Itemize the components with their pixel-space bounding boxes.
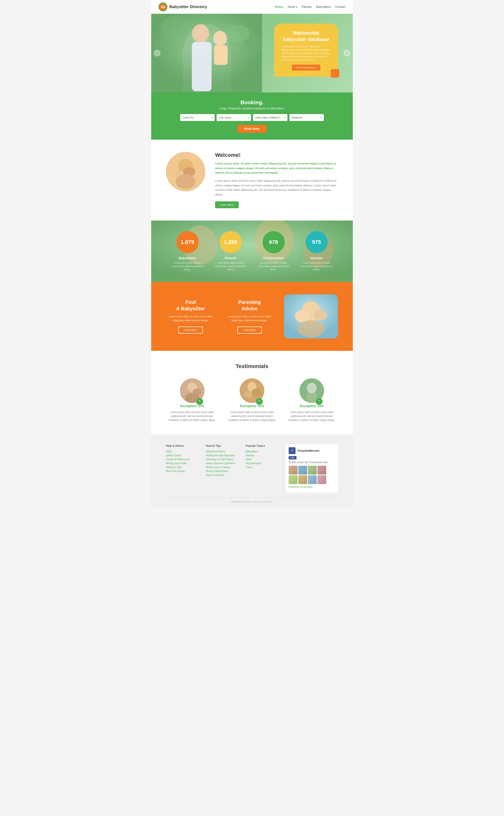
svg-text:Bd: Bd (161, 5, 165, 9)
testimonial-name-2: Excepteur sint (226, 404, 278, 408)
testimonial-2: " Excepteur sint Lorem ipsum dolor sit a… (226, 378, 278, 422)
distance-select[interactable]: Distance 5 km 10 km 20 km (289, 114, 324, 121)
footer-link-safety[interactable]: Safety Centre (166, 454, 201, 457)
logo-icon: Bd (159, 2, 167, 11)
footer-link-night-nanny[interactable]: Hiring a Night Nanny (206, 470, 241, 473)
city-select[interactable]: City name (217, 114, 251, 121)
footer-col-title-popular: Popular Topics (246, 444, 281, 447)
footer-link-finding-babysitter[interactable]: Finding the right Babysitter (206, 454, 241, 457)
hero-title: Nationwidebabysitter database (282, 30, 331, 43)
stat-circle-childminders: 678 (263, 231, 285, 253)
city-wrapper: City name (217, 114, 251, 121)
facebook-box: f TemplateMonster Like 40 895 people lik… (286, 444, 338, 492)
fb-count: 40 895 people like TemplateMonster. (289, 461, 335, 464)
nav-about[interactable]: About (288, 5, 297, 9)
footer-popular-topics: Popular Topics Babysitters Nannies Child… (246, 444, 281, 492)
footer-col-title-help: Help & Advice (166, 444, 201, 447)
hero-bubble: Nationwidebabysitter database Lorem ipsu… (274, 24, 338, 77)
footer-link-guides[interactable]: More Info Guides (166, 470, 201, 473)
footer-link-choosing-nanny[interactable]: Choosing the right Nanny (206, 458, 241, 461)
nav-contact[interactable]: Contact (335, 5, 345, 9)
service-find-babysitter: FindA Babysitter Lorem ipsum dolor sit a… (166, 299, 215, 334)
welcome-body: Lorem ipsum dolor sit amet conse ctetur … (215, 178, 338, 197)
stat-desc-parents: Lorem ipsum dolor sit amet conse ctetur … (215, 261, 247, 271)
footer-link-babysitters[interactable]: Babysitters (246, 450, 281, 453)
fb-like-button[interactable]: Like (289, 456, 297, 460)
hero-description: Lorem ipsum dolor sit amet conse ctetur … (282, 45, 331, 62)
stat-label-parents: Parents (215, 256, 247, 260)
footer-link-nanny-contracts[interactable]: Nanny Contracts (206, 474, 241, 476)
children-wrapper: How many children? 1 2 3 4+ (253, 114, 287, 121)
stats-section: 1.879 Babysitters Lorem ipsum dolor sit … (151, 221, 353, 282)
service-parenting-button[interactable]: Learn More (237, 326, 262, 334)
nav-babysitters[interactable]: Babysitters (316, 5, 331, 9)
footer-link-live-in-nanny[interactable]: Hiring a Live-In Nanny (206, 466, 241, 469)
svg-point-23 (313, 310, 327, 321)
service-find-title: FindA Babysitter (166, 299, 215, 312)
footer-link-tutors[interactable]: Tutors (246, 466, 281, 469)
footer-grid: Help & Advice FAQs Safety Centre Checks … (166, 444, 338, 492)
svg-point-15 (176, 174, 195, 189)
welcome-content: Welcome! Lorem ipsum dolor sit amet cons… (215, 152, 338, 208)
testimonial-text-1: Lorem ipsum dolor sit amet conse ctetur … (166, 410, 218, 422)
stats-content: 1.879 Babysitters Lorem ipsum dolor sit … (151, 221, 353, 282)
quote-badge-1: " (196, 398, 203, 405)
service-find-button[interactable]: Learn More (178, 326, 203, 334)
footer-link-advanced-search[interactable]: Advanced Search (206, 450, 241, 453)
service-image (284, 294, 338, 339)
welcome-learn-more-button[interactable]: Learn More (215, 201, 239, 208)
look-for-wrapper: Look For... Babysitter Nanny Childminder (180, 114, 215, 121)
hero-photo (151, 14, 262, 92)
hero-next-button[interactable]: › (343, 50, 350, 57)
fb-like-area: Like (289, 456, 335, 460)
fb-photo-5 (289, 475, 297, 484)
testimonial-name-3: Excepteur sint (286, 404, 338, 408)
footer-link-child[interactable]: Child (246, 458, 281, 461)
fb-page-link[interactable]: Facebook social page (289, 486, 335, 488)
welcome-section: Welcome! Lorem ipsum dolor sit amet cons… (151, 140, 353, 221)
header: Bd Babysitter Directory Home About Paren… (151, 0, 353, 14)
look-for-select[interactable]: Look For... Babysitter Nanny Childminder (180, 114, 215, 121)
fb-photo-4 (317, 466, 326, 475)
hero-image (151, 14, 262, 92)
footer-search-tips: Search Tips Advanced Search Finding the … (206, 444, 241, 492)
nav-home[interactable]: Home (275, 5, 283, 9)
welcome-title: Welcome! (215, 152, 338, 158)
footer-link-tips[interactable]: Setting in Tips (166, 466, 201, 469)
testimonials-grid: " Excepteur sint Lorem ipsum dolor sit a… (166, 378, 338, 422)
footer-section: Help & Advice FAQs Safety Centre Checks … (151, 434, 353, 508)
svg-point-4 (192, 24, 209, 43)
footer-link-checks[interactable]: Checks & References (166, 458, 201, 461)
booking-form: Look For... Babysitter Nanny Childminder… (161, 114, 343, 121)
children-select[interactable]: How many children? 1 2 3 4+ (253, 114, 287, 121)
testimonial-3: " Excepteur sint Lorem ipsum dolor sit a… (286, 378, 338, 422)
hero-prev-button[interactable]: ‹ (154, 50, 161, 57)
stat-nannies: 975 Nannies Lorem ipsum dolor sit amet c… (301, 231, 333, 271)
footer-link-faqs[interactable]: FAQs (166, 450, 201, 453)
distance-wrapper: Distance 5 km 10 km 20 km (289, 114, 324, 121)
hero-orange-square (331, 69, 339, 78)
testimonial-text-2: Lorem ipsum dolor sit amet conse ctetur … (226, 410, 278, 422)
footer-link-nanny-interview[interactable]: Nanny Interview Questions (206, 462, 241, 465)
footer-link-nannies[interactable]: Nannies (246, 454, 281, 457)
service-parenting-desc: Lorem ipsum dolor sit amet conse ctetur … (225, 315, 274, 323)
footer-link-profile[interactable]: Writing your Profile (166, 462, 201, 465)
service-parenting-advice: ParentingAdvice Lorem ipsum dolor sit am… (225, 299, 274, 334)
footer-link-housekeepers[interactable]: Housekeepers (246, 462, 281, 465)
welcome-photo (166, 152, 205, 191)
hero-cta-button[interactable]: Learn more about us (292, 65, 320, 71)
welcome-image (166, 152, 205, 191)
stat-babysitters: 1.879 Babysitters Lorem ipsum dolor sit … (172, 231, 204, 271)
testimonials-section: Testimonials " Excepteur sint Lorem ipsu… (151, 351, 353, 434)
book-now-button[interactable]: Book Now! (237, 125, 267, 133)
facebook-logo: f (289, 447, 296, 454)
fb-photo-1 (289, 466, 297, 475)
svg-point-9 (225, 25, 250, 42)
testimonial-text-3: Lorem ipsum dolor sit amet conse ctetur … (286, 410, 338, 422)
svg-point-35 (307, 383, 317, 394)
footer-copyright: Babysitter directory © 2013. Privacy pol… (166, 497, 338, 503)
footer-social: f TemplateMonster Like 40 895 people lik… (286, 444, 338, 492)
nav-parents[interactable]: Parents (302, 5, 312, 9)
stat-childminders: 678 Childminders Lorem ipsum dolor sit a… (258, 231, 290, 271)
testimonials-title: Testimonials (166, 363, 338, 370)
